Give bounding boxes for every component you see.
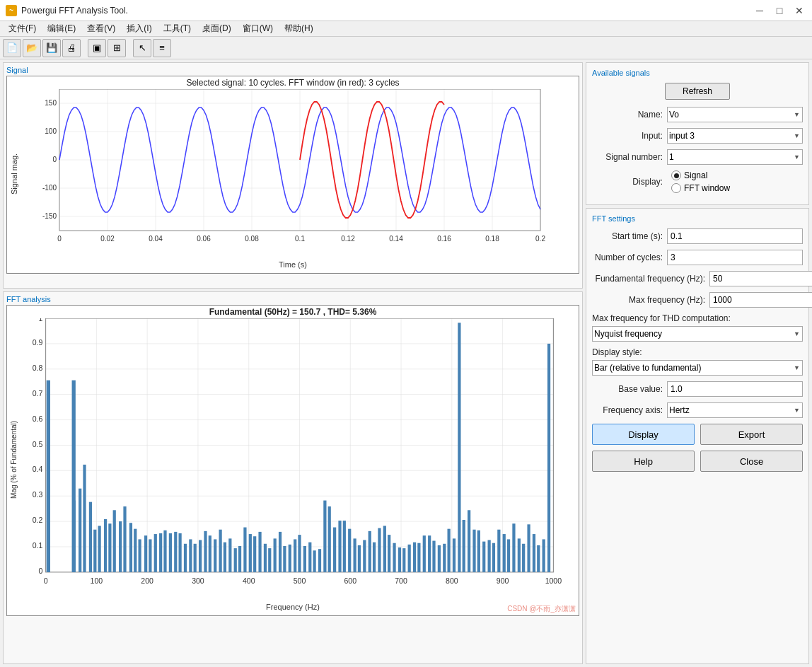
svg-rect-138: [472, 530, 475, 572]
menu-insert[interactable]: 插入(I): [121, 21, 157, 36]
menu-edit[interactable]: 编辑(E): [42, 21, 81, 36]
svg-rect-118: [373, 543, 376, 572]
svg-text:0.06: 0.06: [197, 235, 211, 243]
svg-rect-91: [238, 546, 241, 572]
toolbar-view2[interactable]: ⊞: [108, 39, 126, 57]
display-button[interactable]: Display: [592, 424, 695, 445]
menu-tools[interactable]: 工具(T): [158, 21, 197, 36]
help-button[interactable]: Help: [592, 451, 695, 472]
freq-axis-label: Frequency axis:: [592, 405, 663, 415]
svg-rect-68: [123, 506, 126, 572]
maximize-button[interactable]: □: [772, 4, 787, 18]
fft-svg: 0 0.1 0.2 0.3 0.4 0.5 0.6 0.7 0.8 0.9 1: [21, 318, 579, 587]
minimize-button[interactable]: ─: [753, 4, 767, 18]
svg-rect-90: [234, 548, 237, 572]
svg-rect-136: [463, 520, 465, 572]
base-value-row: Base value:: [592, 381, 803, 397]
svg-text:700: 700: [395, 576, 407, 585]
menu-window[interactable]: 窗口(W): [237, 21, 279, 36]
menu-help[interactable]: 帮助(H): [279, 21, 319, 36]
input-select-wrapper: input 3: [667, 128, 803, 144]
svg-text:0.2: 0.2: [535, 235, 545, 243]
svg-rect-106: [313, 550, 316, 572]
svg-text:-150: -150: [42, 212, 57, 220]
max-freq-thd-select[interactable]: Nyquist frequency: [592, 326, 803, 342]
toolbar-cursor[interactable]: ↖: [133, 39, 151, 57]
svg-rect-103: [298, 535, 301, 572]
menu-file[interactable]: 文件(F): [3, 21, 42, 36]
display-label: Display:: [592, 177, 663, 187]
display-style-select[interactable]: Bar (relative to fundamental): [592, 360, 803, 376]
svg-rect-144: [503, 534, 506, 572]
signal-number-select[interactable]: 1: [667, 149, 803, 165]
signal-svg: 150 100 0 -100 -150 0 0.02 0.04 0.06 0.0…: [21, 89, 579, 245]
max-freq-thd-label: Max frequency for THD computation:: [592, 313, 803, 323]
freq-axis-select[interactable]: Hertz: [667, 402, 803, 418]
signal-section-label: Signal: [6, 66, 579, 74]
radio-signal-label: Signal: [684, 170, 707, 180]
input-select[interactable]: input 3: [667, 128, 803, 144]
svg-rect-75: [159, 533, 162, 572]
svg-rect-120: [383, 526, 386, 572]
toolbar-view1[interactable]: ▣: [88, 39, 106, 57]
svg-rect-76: [163, 530, 166, 572]
close-button[interactable]: ✕: [792, 4, 806, 18]
fft-settings-section: FFT settings Start time (s): Number of c…: [586, 208, 809, 664]
toolbar-save[interactable]: 💾: [42, 39, 61, 57]
svg-text:0.6: 0.6: [33, 414, 43, 423]
menu-desktop[interactable]: 桌面(D): [197, 21, 237, 36]
base-value-input[interactable]: [667, 381, 803, 397]
svg-rect-109: [328, 506, 331, 572]
radio-signal[interactable]: [671, 170, 681, 180]
signal-number-label: Signal number:: [592, 152, 663, 162]
svg-text:0.8: 0.8: [33, 364, 43, 372]
svg-rect-89: [228, 538, 231, 572]
svg-rect-57: [47, 381, 50, 572]
svg-text:0.12: 0.12: [341, 235, 355, 243]
svg-text:0: 0: [57, 235, 62, 243]
display-style-container: Display style: Bar (relative to fundamen…: [592, 347, 803, 376]
svg-text:0: 0: [52, 156, 57, 163]
svg-rect-145: [507, 539, 510, 572]
svg-rect-70: [134, 529, 137, 572]
refresh-button[interactable]: Refresh: [665, 83, 730, 100]
name-select[interactable]: Vo: [667, 107, 803, 122]
svg-rect-129: [428, 535, 431, 572]
toolbar-print[interactable]: 🖨: [62, 39, 81, 57]
svg-rect-110: [333, 528, 336, 572]
svg-rect-108: [323, 501, 326, 572]
toolbar-new[interactable]: 📄: [3, 39, 21, 57]
svg-rect-101: [289, 545, 291, 572]
svg-rect-78: [174, 532, 177, 572]
menu-bar: 文件(F) 编辑(E) 查看(V) 插入(I) 工具(T) 桌面(D) 窗口(W…: [0, 21, 812, 37]
svg-text:600: 600: [344, 576, 356, 585]
title-bar: ~ Powergui FFT Analysis Tool. ─ □ ✕: [0, 0, 812, 21]
toolbar-open[interactable]: 📂: [23, 39, 41, 57]
start-time-input[interactable]: [667, 228, 803, 244]
svg-rect-119: [378, 528, 381, 572]
svg-rect-79: [179, 533, 182, 572]
svg-text:1: 1: [39, 318, 43, 323]
svg-rect-81: [189, 539, 192, 572]
svg-rect-127: [417, 543, 420, 572]
export-button[interactable]: Export: [700, 424, 803, 445]
max-freq-input[interactable]: [709, 292, 812, 308]
svg-rect-141: [488, 540, 491, 572]
svg-text:0.1: 0.1: [295, 235, 305, 243]
signal-number-row: Signal number: 1: [592, 149, 803, 165]
svg-rect-67: [119, 521, 122, 572]
max-freq-label: Max frequency (Hz):: [592, 295, 705, 305]
toolbar-annotate[interactable]: ≡: [153, 39, 171, 57]
close-button[interactable]: Close: [700, 451, 803, 472]
menu-view[interactable]: 查看(V): [81, 21, 121, 36]
svg-rect-143: [497, 530, 500, 572]
svg-text:-100: -100: [42, 184, 57, 192]
fund-freq-input[interactable]: [709, 271, 812, 286]
svg-rect-134: [453, 538, 456, 572]
svg-rect-98: [274, 538, 277, 572]
main-area: Signal Selected signal: 10 cycles. FFT w…: [0, 59, 812, 667]
num-cycles-input[interactable]: [667, 250, 803, 265]
svg-rect-112: [343, 521, 346, 572]
svg-rect-80: [184, 544, 187, 572]
radio-fft-window[interactable]: [671, 183, 681, 193]
